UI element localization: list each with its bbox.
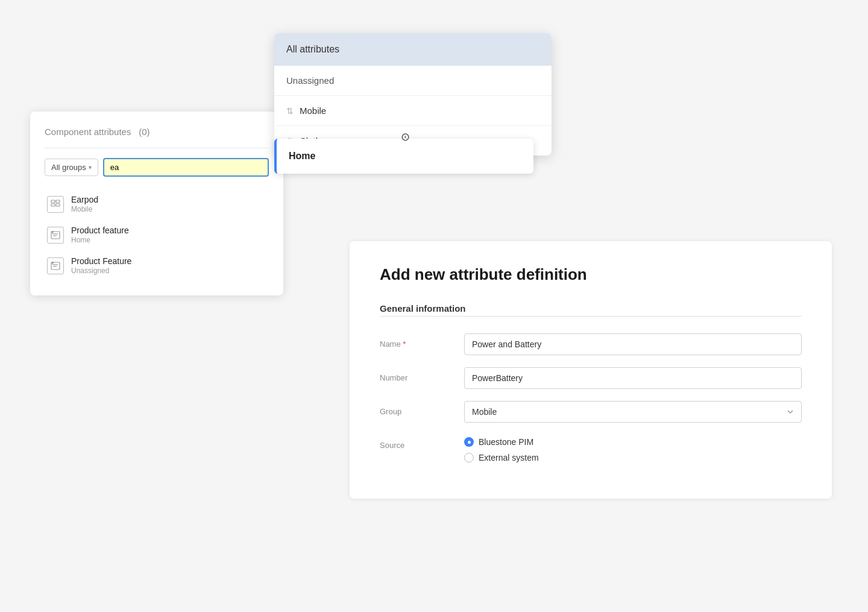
svg-rect-2 (51, 204, 55, 206)
text-icon: T (47, 227, 64, 244)
group-select[interactable]: Mobile Home Cloth Unassigned (464, 401, 802, 423)
all-attributes-dropdown: All attributes Unassigned ⇅ Mobile ⇅ Clo… (274, 33, 552, 156)
list-item[interactable]: Earpod Mobile (45, 189, 269, 219)
svg-rect-3 (56, 204, 60, 206)
attr-group: Unassigned (71, 267, 131, 275)
number-label: Number (380, 367, 452, 382)
number-input[interactable] (464, 367, 802, 389)
dropdown-item-unassigned[interactable]: Unassigned (274, 66, 552, 96)
form-title: Add new attribute definition (380, 265, 802, 284)
dropdown-item-mobile[interactable]: ⇅ Mobile (274, 96, 552, 126)
attr-name: Product feature (71, 226, 129, 235)
component-attributes-panel: Component attributes (0) All groups ▾ Ea… (30, 112, 283, 295)
source-option-bluestone[interactable]: Bluestone PIM (464, 437, 539, 447)
group-label-text: Group (380, 407, 401, 416)
list-item[interactable]: T Product feature Home (45, 219, 269, 250)
search-input[interactable] (103, 158, 269, 177)
name-input[interactable] (464, 333, 802, 355)
source-row: Source Bluestone PIM External system (380, 435, 802, 462)
panel-divider (45, 148, 269, 148)
mobile-label: Mobile (300, 106, 326, 116)
panel-title: Component attributes (0) (45, 126, 269, 138)
panel-count: (0) (139, 127, 149, 137)
source-label-text: Source (380, 441, 404, 450)
attr-name: Earpod (71, 195, 98, 204)
attr-info: Product Feature Unassigned (71, 256, 131, 275)
group-label: Group (380, 401, 452, 416)
required-indicator: * (401, 339, 406, 349)
svg-rect-1 (56, 200, 60, 203)
number-row: Number (380, 367, 802, 389)
svg-rect-0 (51, 200, 55, 203)
source-option-label-1: External system (479, 453, 539, 462)
name-label-text: Name (380, 339, 401, 349)
source-option-label-0: Bluestone PIM (479, 437, 533, 447)
attr-info: Earpod Mobile (71, 195, 98, 213)
radio-filled-icon (464, 437, 474, 447)
search-row: All groups ▾ (45, 158, 269, 177)
list-item[interactable]: T Product Feature Unassigned (45, 250, 269, 281)
text-icon-svg2: T (51, 261, 60, 271)
name-row: Name * (380, 333, 802, 355)
group-row: Group Mobile Home Cloth Unassigned (380, 401, 802, 423)
sort-icon: ⇅ (286, 106, 294, 116)
source-option-external[interactable]: External system (464, 453, 539, 462)
source-radio-group: Bluestone PIM External system (464, 435, 539, 462)
attr-info: Product feature Home (71, 226, 129, 244)
attr-name: Product Feature (71, 256, 131, 266)
text-icon-svg: T (51, 230, 60, 240)
attribute-list: Earpod Mobile T Product feature Home (45, 189, 269, 281)
dropdown-header: All attributes (274, 33, 552, 66)
unassigned-label: Unassigned (286, 75, 334, 86)
groups-select[interactable]: All groups ▾ (45, 159, 98, 176)
grid-icon (47, 196, 64, 213)
dropdown-header-text: All attributes (286, 44, 339, 54)
attr-group: Mobile (71, 205, 98, 213)
form-section-title: General information (380, 303, 802, 314)
form-section-divider (380, 316, 802, 317)
cursor-icon: ⊙ (401, 130, 410, 144)
text-icon: T (47, 257, 64, 274)
chevron-down-icon: ▾ (89, 164, 92, 171)
attribute-form: Add new attribute definition General inf… (350, 241, 832, 499)
groups-label: All groups (51, 163, 86, 172)
grid-icon-svg (51, 200, 60, 209)
name-label: Name * (380, 333, 452, 349)
panel-title-text: Component attributes (45, 127, 131, 137)
home-popup: ⊙ Home (274, 139, 533, 174)
attr-group: Home (71, 236, 129, 244)
home-popup-text: Home (289, 151, 315, 162)
radio-empty-icon (464, 453, 474, 462)
source-label: Source (380, 435, 452, 450)
number-label-text: Number (380, 373, 407, 382)
